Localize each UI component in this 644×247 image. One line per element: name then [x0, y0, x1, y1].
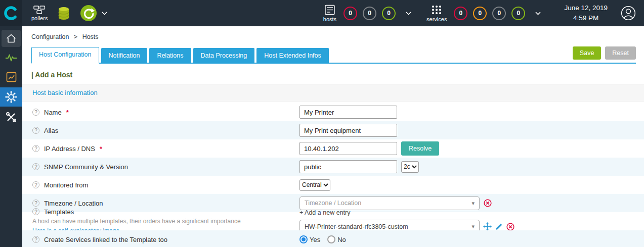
help-icon[interactable]: ?	[32, 236, 39, 243]
radio-no[interactable]	[327, 235, 335, 243]
clock: June 12, 2019 4:59 PM	[564, 3, 608, 23]
move-icon[interactable]	[483, 222, 492, 231]
tab-host-extended-infos[interactable]: Host Extended Infos	[256, 48, 329, 63]
sync-ok-icon	[80, 5, 97, 22]
tab-data-processing[interactable]: Data Processing	[193, 48, 255, 63]
template-selected-value: HW-Printer-standard-rfc3805-custom	[305, 223, 408, 230]
reset-button[interactable]: Reset	[605, 46, 636, 60]
radio-no-label: No	[337, 236, 346, 243]
topbar-right-group: hosts 0 0 0 services	[323, 3, 644, 23]
ip-input[interactable]	[299, 142, 397, 155]
help-icon[interactable]: ?	[32, 145, 39, 152]
sidebar-item-administration[interactable]	[0, 108, 22, 127]
sidebar-item-configuration[interactable]	[0, 87, 22, 107]
services-counters: 0 0 0 0	[454, 7, 541, 20]
top-bar: pollers	[0, 0, 644, 26]
help-icon[interactable]: ?	[32, 208, 39, 215]
services-unknown-counter[interactable]: 0	[492, 7, 506, 20]
services-warning-counter[interactable]: 0	[473, 7, 487, 20]
hosts-icon	[324, 5, 335, 15]
hosts-label: hosts	[323, 17, 336, 22]
templates-help-text: A host can have multiple templates, thei…	[32, 218, 241, 226]
breadcrumb-configuration[interactable]: Configuration	[31, 33, 69, 40]
page-title: | Add a Host	[31, 71, 644, 79]
tab-bar: Host Configuration Notification Relation…	[31, 46, 636, 64]
centreon-logo-icon	[4, 6, 18, 20]
help-icon[interactable]: ?	[32, 127, 39, 134]
services-ok-counter[interactable]: 0	[511, 7, 525, 20]
user-profile-button[interactable]	[621, 6, 636, 21]
form-row-snmp: ? SNMP Community & Version 2c	[22, 158, 644, 176]
tab-relations[interactable]: Relations	[149, 48, 191, 63]
name-label: Name	[44, 109, 62, 116]
gear-icon	[5, 91, 17, 103]
hosts-unreachable-counter[interactable]: 0	[363, 7, 376, 20]
services-menu[interactable]: services	[426, 5, 447, 22]
database-icon	[58, 7, 70, 20]
monitored-from-select[interactable]: Central	[299, 179, 330, 191]
sidebar-item-monitoring[interactable]	[0, 48, 22, 67]
hosts-critical-counter[interactable]: 0	[344, 7, 357, 20]
breadcrumb: Configuration > Hosts	[22, 26, 644, 40]
chevron-down-icon[interactable]	[102, 12, 107, 15]
hosts-menu[interactable]: hosts	[323, 5, 336, 22]
radio-yes[interactable]	[299, 235, 308, 243]
help-icon[interactable]: ?	[32, 109, 39, 116]
chevron-down-icon: ▾	[471, 223, 475, 230]
resolve-button[interactable]: Resolve	[401, 141, 439, 156]
current-time: 4:59 PM	[564, 13, 608, 23]
sidebar-item-reporting[interactable]	[0, 67, 22, 86]
tab-host-configuration[interactable]: Host Configuration	[31, 47, 99, 64]
required-asterisk: *	[66, 109, 69, 116]
main-content: Configuration > Hosts Host Configuration…	[22, 26, 644, 247]
snmp-label: SNMP Community & Version	[44, 163, 128, 171]
breadcrumb-separator: >	[74, 33, 77, 40]
tab-notification[interactable]: Notification	[101, 48, 148, 63]
centreon-app: pollers	[0, 0, 644, 247]
sync-status[interactable]	[80, 5, 107, 22]
database-status[interactable]	[58, 7, 70, 20]
sidebar-item-home[interactable]	[2, 30, 21, 47]
chart-icon	[6, 72, 17, 82]
topbar-left-group: pollers	[31, 5, 107, 22]
save-button[interactable]: Save	[573, 46, 602, 60]
ip-label: IP Address / DNS	[44, 145, 95, 153]
breadcrumb-hosts[interactable]: Hosts	[82, 33, 99, 40]
pollers-label: pollers	[31, 16, 48, 21]
chevron-down-icon[interactable]	[406, 12, 411, 15]
name-input[interactable]	[299, 106, 397, 119]
hosts-counters: 0 0 0	[344, 7, 411, 20]
centreon-logo[interactable]	[0, 0, 22, 26]
sidebar	[0, 26, 22, 247]
monitored-from-label: Monitored from	[44, 181, 88, 189]
user-icon	[621, 6, 636, 21]
create-services-label: Create Services linked to the Template t…	[44, 236, 167, 243]
home-icon	[6, 33, 17, 43]
wrench-icon	[6, 112, 17, 123]
add-template-entry-link[interactable]: + Add a new entry	[299, 209, 350, 216]
required-asterisk: *	[100, 145, 102, 153]
alias-input[interactable]	[299, 124, 397, 137]
snmp-community-input[interactable]	[299, 160, 397, 173]
heartbeat-icon	[5, 53, 17, 62]
section-header: Host basic information	[22, 84, 644, 102]
form-row-create-services: ? Create Services linked to the Template…	[22, 230, 644, 247]
form-row-ip: ? IP Address / DNS * Resolve	[22, 139, 644, 158]
current-date: June 12, 2019	[564, 3, 608, 13]
templates-label: Templates	[44, 208, 74, 216]
pollers-icon	[33, 6, 46, 14]
services-icon	[431, 5, 442, 15]
hosts-up-counter[interactable]: 0	[382, 7, 396, 20]
snmp-version-select[interactable]: 2c	[401, 161, 419, 173]
radio-yes-label: Yes	[310, 236, 320, 243]
pollers-menu[interactable]: pollers	[31, 6, 48, 21]
form-row-monitored-from: ? Monitored from Central	[22, 176, 644, 194]
services-critical-counter[interactable]: 0	[454, 7, 467, 20]
help-icon[interactable]: ?	[32, 163, 39, 170]
chevron-down-icon[interactable]	[535, 12, 541, 15]
services-label: services	[426, 17, 447, 22]
edit-icon[interactable]	[495, 223, 503, 230]
form-row-name: ? Name *	[22, 103, 644, 121]
help-icon[interactable]: ?	[32, 181, 39, 188]
delete-icon[interactable]	[506, 223, 514, 231]
